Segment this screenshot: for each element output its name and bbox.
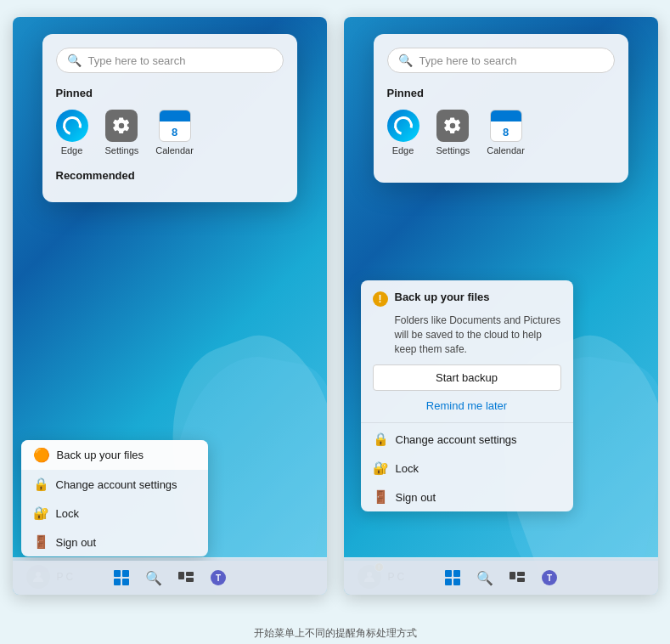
right-calendar-icon: 8 [490,110,522,142]
left-app-calendar[interactable]: 8 Calendar [155,110,194,155]
svg-rect-1 [178,572,184,579]
left-search-icon: 🔍 [67,54,82,67]
left-account-label: Change account settings [56,478,177,491]
right-pinned-grid: Edge Settings 8 Cal [387,110,615,155]
right-taskview-btn[interactable] [505,566,529,590]
right-calendar-label: Calendar [487,145,525,155]
right-calendar-number: 8 [503,127,509,138]
left-app-settings[interactable]: Settings [105,110,139,155]
right-search-bar[interactable]: 🔍 Type here to search [387,48,615,73]
svg-rect-3 [186,578,194,582]
backup-icon: 🟠 [33,447,50,463]
left-pinned-grid: Edge Settings 8 Cal [56,110,284,155]
search-taskbar-icon: 🔍 [145,570,162,586]
right-pinned-title: Pinned [387,87,615,99]
right-app-edge[interactable]: Edge [387,110,419,155]
main-container: 🔍 Type here to search Pinned Edge [0,0,670,644]
svg-rect-8 [517,572,525,576]
right-lock-label: Lock [396,462,419,475]
lock-icon: 🔐 [33,506,49,521]
right-settings-label: Settings [436,145,470,155]
left-popup-account[interactable]: 🔒 Change account settings [21,470,208,499]
left-signout-label: Sign out [56,536,97,549]
start-backup-button[interactable]: Start backup [373,364,561,391]
svg-rect-7 [510,572,515,579]
left-popup-lock[interactable]: 🔐 Lock [21,499,208,528]
right-windows-button[interactable] [441,566,464,590]
right-account-icon: 🔒 [373,432,389,447]
right-popup-account[interactable]: 🔒 Change account settings [361,425,573,454]
left-search-taskbar-btn[interactable]: 🔍 [142,566,166,590]
notif-warning-icon: ! [373,291,388,307]
right-lock-icon: 🔐 [373,460,389,476]
right-teams-icon: T [541,569,558,586]
left-windows-button[interactable] [110,566,133,590]
left-backup-label: Back up your files [57,449,144,461]
notif-body: Folders like Documents and Pictures will… [361,314,573,364]
right-windows-logo [445,570,460,585]
right-search-taskbar-btn[interactable]: 🔍 [473,566,497,590]
right-settings-icon [436,110,469,142]
right-edge-icon [387,110,419,142]
right-popup-lock[interactable]: 🔐 Lock [361,454,573,483]
signout-icon: 🚪 [33,534,49,550]
right-search-taskbar-icon: 🔍 [476,570,493,586]
right-start-menu: 🔍 Type here to search Pinned Edge [374,34,628,183]
right-taskbar: 🔍 T [344,561,658,595]
windows-logo [114,570,129,585]
taskview-icon [178,572,194,584]
calendar-label: Calendar [155,145,194,155]
left-teams-btn[interactable]: T [206,566,230,590]
left-lock-label: Lock [56,507,79,520]
edge-label: Edge [61,145,83,155]
left-desktop: 🔍 Type here to search Pinned Edge [13,17,327,595]
notification-popup: ! Back up your files Folders like Docume… [361,280,573,511]
svg-text:T: T [215,573,220,583]
right-edge-label: Edge [392,145,414,155]
left-taskbar: 🔍 T [13,561,327,595]
svg-text:T: T [546,573,551,583]
left-app-edge[interactable]: Edge [56,110,88,155]
popup-divider [361,422,573,423]
screenshots-row: 🔍 Type here to search Pinned Edge [0,0,670,619]
caption-text: 开始菜单上不同的提醒角标处理方式 [254,619,417,644]
right-teams-btn[interactable]: T [538,566,561,590]
edge-icon [56,110,88,142]
right-taskview-icon [510,572,525,584]
settings-icon [105,110,138,142]
svg-rect-9 [517,578,525,582]
notif-header: ! Back up your files [361,280,573,314]
left-popup-backup[interactable]: 🟠 Back up your files [21,440,208,470]
remind-later-button[interactable]: Remind me later [361,396,573,421]
left-popup-signout[interactable]: 🚪 Sign out [21,528,208,556]
right-signout-icon: 🚪 [373,489,389,505]
calendar-number: 8 [172,127,177,138]
right-desktop: 🔍 Type here to search Pinned Edge [344,17,658,595]
left-start-menu: 🔍 Type here to search Pinned Edge [42,34,297,202]
right-search-placeholder: Type here to search [419,54,517,67]
left-taskview-btn[interactable] [174,566,198,590]
left-search-placeholder: Type here to search [88,54,186,67]
right-app-calendar[interactable]: 8 Calendar [487,110,525,155]
right-popup-signout[interactable]: 🚪 Sign out [361,483,573,511]
right-search-icon: 🔍 [398,54,413,67]
left-recommended-title: Recommended [56,169,284,182]
svg-rect-2 [186,572,194,576]
teams-icon: T [210,569,227,586]
right-account-label: Change account settings [396,433,517,446]
account-icon: 🔒 [33,477,49,492]
notif-title: Back up your files [395,291,490,303]
left-user-popup: 🟠 Back up your files 🔒 Change account se… [21,440,208,556]
left-pinned-title: Pinned [56,87,284,99]
right-signout-label: Sign out [396,491,436,504]
left-search-bar[interactable]: 🔍 Type here to search [56,48,284,73]
settings-label: Settings [105,145,139,155]
right-app-settings[interactable]: Settings [436,110,470,155]
calendar-icon: 8 [159,110,191,142]
